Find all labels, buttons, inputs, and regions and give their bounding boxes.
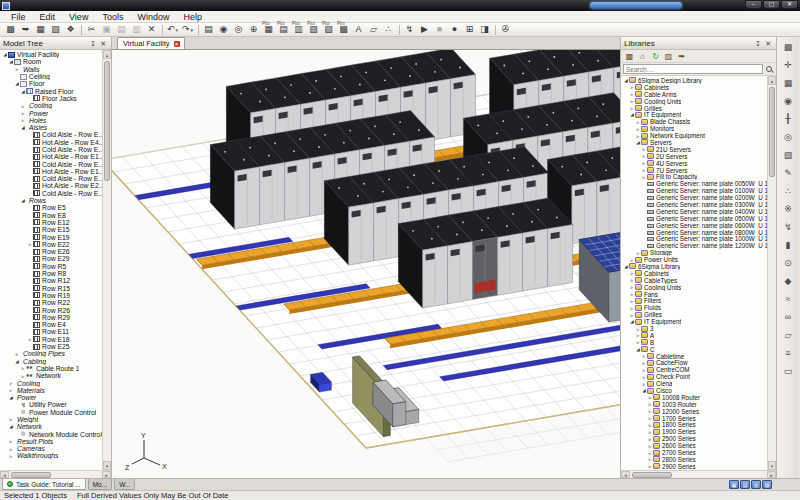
redo-icon[interactable]: ↷ <box>180 23 195 36</box>
tree-item[interactable]: Network Module Control <box>0 430 102 437</box>
library-item[interactable]: 7U Servers <box>621 167 767 174</box>
library-item[interactable]: Ciena <box>621 380 767 387</box>
tree-item[interactable]: Cooling <box>0 379 102 386</box>
points-icon[interactable]: ∴ <box>780 183 796 198</box>
print-icon[interactable]: ▤ <box>201 23 216 36</box>
library-item[interactable]: 2U Servers <box>621 153 767 160</box>
surface-icon[interactable]: ▱ <box>366 23 381 36</box>
duplicate-icon[interactable]: ▥ <box>129 23 144 36</box>
workspace-icon[interactable]: ❖ <box>63 23 78 36</box>
status-plots-button[interactable]: ▤ <box>740 480 750 489</box>
network-icon[interactable]: ※ <box>780 201 796 216</box>
library-item[interactable]: 12000 Series <box>621 408 767 415</box>
libraries-folder-icon[interactable]: ▩ <box>780 39 796 54</box>
library-item[interactable]: Cable Arms <box>621 91 767 98</box>
target-icon[interactable]: ⊙ <box>780 255 796 270</box>
library-item[interactable]: 2800 Series <box>621 456 767 463</box>
tree-item[interactable]: Cabling <box>0 357 102 364</box>
pin-icon[interactable]: ↧ <box>753 38 763 49</box>
tree-item[interactable]: Floor <box>0 80 102 87</box>
close-icon[interactable]: ✕ <box>98 38 108 49</box>
tree-item[interactable]: Row E4 <box>0 321 102 328</box>
minimize-button[interactable]: – <box>745 0 762 9</box>
library-item[interactable]: Storage <box>621 249 767 256</box>
pipework-icon[interactable]: ╂ <box>780 111 796 126</box>
import-icon[interactable]: ➥ <box>18 23 33 36</box>
tree-item[interactable]: Network <box>0 423 102 430</box>
materials-icon[interactable]: ◆ <box>780 273 796 288</box>
tree-item[interactable]: Power <box>0 394 102 401</box>
library-item[interactable]: IT Equipment <box>621 111 767 118</box>
library-item[interactable]: Servers <box>621 139 767 146</box>
library-item[interactable]: IT Equipment <box>621 318 767 325</box>
tree-item[interactable]: Row R26 <box>0 306 102 313</box>
tree-item[interactable]: Hot Aisle - Row E1... <box>0 153 102 160</box>
box-icon[interactable]: ▭ <box>780 363 796 378</box>
library-item[interactable]: 2700 Series <box>621 449 767 456</box>
new-library-icon[interactable]: ▩ <box>623 51 636 62</box>
library-item[interactable]: Fill to Capacity <box>621 173 767 180</box>
viewport-tab[interactable]: Virtual Facility ✕ <box>117 37 185 49</box>
menu-item[interactable]: Tools <box>95 11 130 23</box>
libraries-hscrollbar[interactable]: ◂ ▸ <box>621 470 776 478</box>
menu-item[interactable]: Window <box>130 11 176 23</box>
scroll-thumb[interactable] <box>11 472 51 478</box>
library-item[interactable]: Blade Chassis <box>621 118 767 125</box>
tree-item[interactable]: Row E26 <box>0 248 102 255</box>
scroll-up-arrow[interactable]: ▴ <box>768 76 776 85</box>
zoom-extents-icon[interactable]: ⊕ <box>246 23 261 36</box>
tree-item[interactable]: Row R15 <box>0 285 102 292</box>
library-item[interactable]: Generic Server: name plate 0100W_U 120cf… <box>621 187 767 194</box>
tree-item[interactable]: Cold Aisle - Row E... <box>0 175 102 182</box>
library-item[interactable]: Cabinets <box>621 270 767 277</box>
tree-item[interactable]: Cold Aisle - Row E... <box>0 146 102 153</box>
tree-item[interactable]: Hot Aisle - Row E2... <box>0 182 102 189</box>
solve-icon[interactable]: ↯ <box>402 23 417 36</box>
tree-item[interactable]: Cold Aisle - Row E... <box>0 160 102 167</box>
open-model-icon[interactable]: ▩ <box>3 23 18 36</box>
library-item[interactable]: CacheFlow <box>621 360 767 367</box>
library-item[interactable]: 1003 Router <box>621 401 767 408</box>
tree-item[interactable]: Holes <box>0 117 102 124</box>
scroll-right-arrow[interactable]: ▸ <box>102 471 111 478</box>
tree-item[interactable]: Row R12 <box>0 277 102 284</box>
library-item[interactable]: Cooling Units <box>621 98 767 105</box>
bottom-tab[interactable]: Task Guide: Tutorial ... <box>2 479 86 490</box>
library-item[interactable]: 1900 Series <box>621 428 767 435</box>
tree-item[interactable]: Row E18 <box>0 336 102 343</box>
menu-item[interactable]: View <box>62 11 95 23</box>
search-input[interactable] <box>623 64 763 74</box>
library-item[interactable]: Generic Server: name plate 0500W_U 120cf… <box>621 215 767 222</box>
home-library-icon[interactable]: ⌂ <box>636 51 649 62</box>
video-icon[interactable]: ◨ <box>477 23 492 36</box>
plane-icon[interactable]: ▱ <box>780 327 796 342</box>
tree-item[interactable]: Row E5 <box>0 204 102 211</box>
scroll-right-arrow[interactable]: ▸ <box>767 471 776 478</box>
layers-icon[interactable]: ≡ <box>780 345 796 360</box>
library-item[interactable]: Monitors <box>621 125 767 132</box>
library-item[interactable]: Grilles <box>621 311 767 318</box>
library-item[interactable]: 21U Servers <box>621 146 767 153</box>
status-reports-button[interactable]: ▥ <box>751 480 761 489</box>
library-item[interactable]: Cabinets <box>621 84 767 91</box>
globe-icon[interactable]: ◎ <box>780 129 796 144</box>
plot-volume-icon[interactable]: Plot ▧ <box>306 23 321 36</box>
model-tree-vscrollbar[interactable]: ▴ ▾ <box>102 50 111 470</box>
tree-item[interactable]: Virtual Facility <box>0 51 102 58</box>
library-item[interactable]: Filters <box>621 298 767 305</box>
record-icon[interactable]: ● <box>447 23 462 36</box>
library-item[interactable]: Generic Server: name plate 1000W_U 120cf… <box>621 235 767 242</box>
battery-icon[interactable]: ▮ <box>780 237 796 252</box>
move-object-icon[interactable]: ✛ <box>780 57 796 72</box>
status-overview-button[interactable]: ▦ <box>729 480 739 489</box>
grid-settings-icon[interactable]: ▦ <box>780 75 796 90</box>
tree-item[interactable]: Row E15 <box>0 226 102 233</box>
scroll-thumb[interactable] <box>632 472 672 478</box>
close-button[interactable]: ✕ <box>781 0 798 9</box>
library-item[interactable]: 3 <box>621 325 767 332</box>
library-item[interactable]: B <box>621 339 767 346</box>
library-item[interactable]: Cooling Units <box>621 284 767 291</box>
pin-icon[interactable]: ↧ <box>88 38 98 49</box>
tree-item[interactable]: Result Plots <box>0 438 102 445</box>
orbit-view-icon[interactable]: ◎ <box>231 23 246 36</box>
